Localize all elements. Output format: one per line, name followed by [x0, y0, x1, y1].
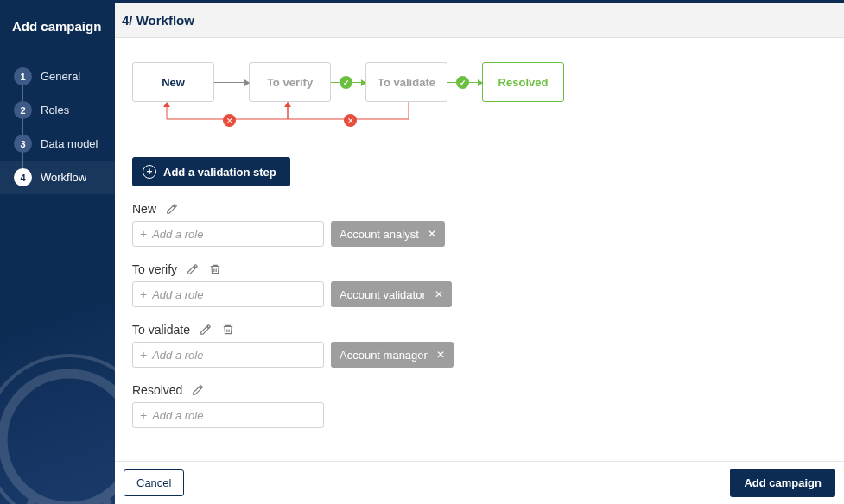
plus-icon: + — [140, 287, 147, 301]
add-role-input[interactable]: + Add a role — [132, 281, 324, 307]
arrow-icon — [214, 82, 249, 83]
step-label: General — [41, 70, 80, 83]
chip-remove-icon[interactable]: ✕ — [428, 228, 436, 240]
sidebar-steps: 1 General 2 Roles 3 Data model 4 Workflo… — [0, 60, 115, 194]
step-general[interactable]: 1 General — [0, 60, 115, 93]
reject-icon: ✕ — [223, 114, 236, 127]
add-step-label: Add a validation step — [163, 166, 276, 179]
step-label: Roles — [41, 104, 69, 117]
placeholder-text: Add a role — [152, 409, 203, 422]
step-block-title: To validate — [132, 323, 190, 337]
delete-icon[interactable] — [208, 262, 222, 276]
plus-circle-icon: + — [143, 165, 156, 179]
footer: Cancel Add campaign — [115, 461, 844, 504]
placeholder-text: Add a role — [152, 288, 203, 301]
plus-icon: + — [140, 227, 147, 241]
page-title: 4/ Workflow — [122, 13, 194, 28]
edit-icon[interactable] — [186, 262, 200, 276]
step-block-title: Resolved — [132, 383, 182, 397]
step-number: 3 — [14, 135, 32, 153]
step-block-header: Resolved — [132, 383, 827, 397]
check-icon: ✓ — [456, 76, 469, 89]
placeholder-text: Add a role — [152, 349, 203, 362]
workflow-step-block: Resolved + Add a role — [132, 383, 827, 428]
sidebar: Add campaign 1 General 2 Roles 3 Data mo… — [0, 3, 115, 504]
add-role-input[interactable]: + Add a role — [132, 402, 324, 428]
cancel-button[interactable]: Cancel — [124, 469, 184, 496]
add-role-input[interactable]: + Add a role — [132, 221, 324, 247]
delete-icon[interactable] — [221, 323, 235, 337]
chip-remove-icon[interactable]: ✕ — [436, 349, 445, 361]
chip-label: Account manager — [340, 349, 428, 362]
step-block-header: To verify — [132, 262, 827, 276]
workflow-node-new[interactable]: New — [132, 62, 214, 102]
page-header: 4/ Workflow — [115, 3, 844, 38]
step-number: 1 — [14, 67, 32, 85]
step-label: Data model — [41, 137, 98, 150]
step-block-header: New — [132, 202, 827, 216]
step-block-title: To verify — [132, 262, 177, 276]
step-data-model[interactable]: 3 Data model — [0, 127, 115, 161]
step-workflow[interactable]: 4 Workflow — [0, 161, 115, 194]
ribbon-decor-icon — [0, 331, 115, 504]
role-chip: Account validator ✕ — [331, 281, 452, 307]
add-campaign-button[interactable]: Add campaign — [730, 469, 835, 497]
chip-label: Account validator — [340, 288, 426, 301]
reject-icon: ✕ — [344, 114, 357, 127]
step-block-header: To validate — [132, 323, 827, 337]
check-icon: ✓ — [340, 76, 352, 89]
plus-icon: + — [140, 348, 147, 362]
chip-label: Account analyst — [340, 228, 419, 241]
step-number: 4 — [14, 168, 32, 186]
workflow-step-block: To verify + Add a role Account validator… — [132, 262, 827, 307]
svg-point-1 — [0, 356, 115, 504]
edit-icon[interactable] — [199, 323, 213, 337]
add-role-input[interactable]: + Add a role — [132, 342, 324, 368]
role-chip: Account manager ✕ — [331, 342, 454, 368]
workflow-step-block: To validate + Add a role Account manager… — [132, 323, 827, 368]
workflow-diagram: New To verify To validate Resolved ✓ ✓ ✕… — [132, 55, 827, 142]
edit-icon[interactable] — [165, 202, 179, 216]
workflow-node-verify[interactable]: To verify — [249, 62, 331, 102]
svg-point-0 — [3, 374, 115, 504]
workflow-node-validate[interactable]: To validate — [365, 62, 447, 102]
add-validation-step-button[interactable]: + Add a validation step — [132, 157, 290, 186]
workflow-node-resolved: Resolved — [482, 62, 564, 102]
edit-icon[interactable] — [191, 383, 205, 397]
role-chip: Account analyst ✕ — [331, 221, 445, 247]
step-label: Workflow — [41, 171, 86, 184]
workflow-step-block: New + Add a role Account analyst ✕ — [132, 202, 827, 247]
step-roles[interactable]: 2 Roles — [0, 93, 115, 127]
step-block-title: New — [132, 202, 156, 216]
sidebar-title: Add campaign — [0, 3, 115, 60]
step-number: 2 — [14, 101, 32, 119]
placeholder-text: Add a role — [152, 228, 203, 241]
chip-remove-icon[interactable]: ✕ — [435, 288, 443, 300]
plus-icon: + — [140, 408, 147, 422]
content-area: New To verify To validate Resolved ✓ ✓ ✕… — [115, 38, 844, 461]
